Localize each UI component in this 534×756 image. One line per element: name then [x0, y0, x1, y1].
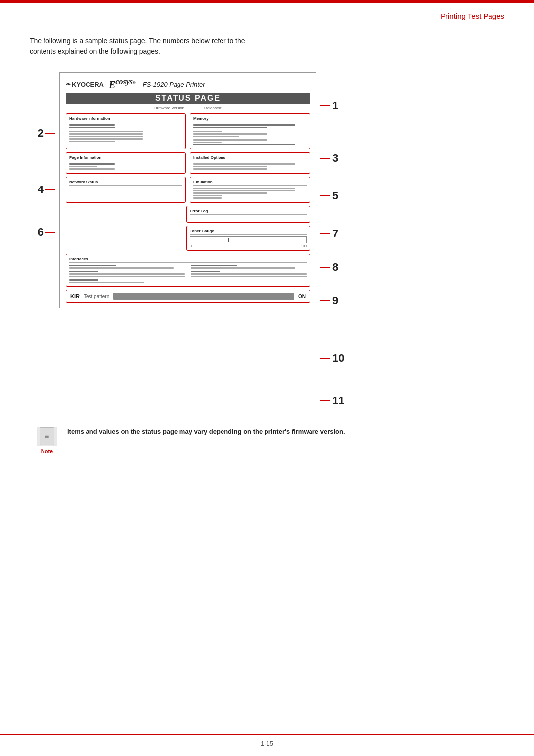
- emulation-title: Emulation: [193, 180, 307, 186]
- marker-left-6: 6: [38, 226, 44, 238]
- page-info-section: Page Information: [66, 152, 186, 174]
- marker-right-1: 1: [332, 99, 338, 112]
- interfaces-grid: [69, 265, 307, 284]
- note-label: Note: [41, 448, 53, 454]
- sp-firmware-row: Firmware Version Released:: [66, 106, 310, 110]
- sp-title-bar: STATUS PAGE: [66, 93, 310, 104]
- marker-left-2: 2: [38, 127, 44, 140]
- kyocera-logo: ❧KYOCERA: [66, 81, 104, 88]
- sp-title: STATUS PAGE: [155, 94, 221, 102]
- hardware-info-section: Hardware Information: [66, 113, 186, 149]
- marker-line-5: [320, 195, 330, 196]
- note-text: Items and values on the status page may …: [67, 427, 345, 437]
- ecosys-logo: Ecosys®: [109, 78, 136, 91]
- left-numbers-column: 2 4 6: [30, 72, 59, 238]
- marker-line-3: [320, 158, 330, 159]
- marker-line-2: [45, 133, 55, 134]
- sp-row-toner: Toner Gauge 0 100: [66, 226, 310, 251]
- page-info-title: Page Information: [69, 155, 182, 161]
- note-bold-text: Items and values on the status page may …: [67, 428, 345, 435]
- main-content: The following is a sample status page. T…: [0, 20, 534, 454]
- toner-min: 0: [190, 244, 192, 248]
- toner-gauge-title: Toner Gauge: [190, 229, 307, 235]
- kir-on-label: ON: [298, 294, 306, 299]
- released-label: Released:: [204, 106, 222, 110]
- sp-row-network-emulation: Network Status Emulation: [66, 177, 310, 203]
- memory-section: Memory: [190, 113, 310, 149]
- kir-label: KIR: [70, 293, 80, 299]
- toner-tick-1: [228, 238, 229, 242]
- diagram-outer: 2 4 6 ❧KYOCERA Ecosys®: [30, 72, 504, 407]
- interfaces-title: Interfaces: [69, 257, 307, 263]
- marker-line-4: [45, 189, 55, 190]
- header-title: Printing Test Pages: [441, 12, 504, 20]
- marker-line-8: [320, 267, 330, 268]
- network-status-title: Network Status: [69, 180, 182, 186]
- note-icon: Note: [35, 427, 59, 454]
- marker-right-5: 5: [332, 189, 338, 202]
- marker-right-7: 7: [332, 227, 338, 240]
- marker-right-8: 8: [332, 261, 338, 274]
- toner-labels: 0 100: [190, 244, 307, 248]
- sp-row-errorlog: Error Log: [66, 206, 310, 223]
- error-log-title: Error Log: [190, 209, 307, 215]
- marker-right-10: 10: [332, 352, 344, 365]
- kir-text: Test pattern: [84, 294, 109, 299]
- note-section: Note Items and values on the status page…: [30, 427, 504, 454]
- emulation-section: Emulation: [190, 177, 310, 203]
- intro-text: The following is a sample status page. T…: [30, 35, 504, 57]
- toner-max: 100: [301, 244, 307, 248]
- bottom-red-bar: [0, 734, 534, 735]
- kir-bar: [113, 293, 294, 300]
- toner-gauge-bar: [190, 236, 307, 243]
- hardware-info-title: Hardware Information: [69, 116, 182, 122]
- marker-line-7: [320, 233, 330, 234]
- marker-line-11: [320, 400, 330, 401]
- toner-tick-2: [267, 238, 267, 242]
- interfaces-section: Interfaces: [66, 254, 310, 287]
- error-log-section: Error Log: [186, 206, 310, 223]
- sp-row-page-installed: Page Information Installed Options: [66, 152, 310, 174]
- sp-header: ❧KYOCERA Ecosys® FS-1920 Page Printer: [66, 78, 310, 91]
- right-numbers-column: 1 3 5 7 8: [316, 72, 346, 407]
- marker-left-4: 4: [38, 183, 44, 196]
- marker-right-11: 11: [332, 394, 344, 407]
- marker-right-3: 3: [332, 152, 338, 165]
- sp-row-hardware-memory: Hardware Information Memory: [66, 113, 310, 149]
- marker-line-1: [320, 105, 330, 106]
- toner-gauge-section: Toner Gauge 0 100: [186, 226, 310, 251]
- printer-model: FS-1920 Page Printer: [143, 81, 205, 88]
- status-page-box: ❧KYOCERA Ecosys® FS-1920 Page Printer ST…: [59, 72, 316, 309]
- network-status-section: Network Status: [66, 177, 186, 203]
- memory-title: Memory: [193, 116, 307, 122]
- kir-section: KIR Test pattern ON: [66, 290, 310, 303]
- page-number: 1-15: [261, 740, 273, 747]
- marker-line-6: [45, 232, 55, 233]
- marker-line-10: [320, 358, 330, 359]
- marker-line-9: [320, 300, 330, 301]
- marker-right-9: 9: [332, 294, 338, 307]
- installed-options-title: Installed Options: [193, 155, 307, 161]
- note-icon-image: [37, 427, 57, 446]
- installed-options-section: Installed Options: [190, 152, 310, 174]
- page-header: Printing Test Pages: [0, 3, 534, 20]
- firmware-label: Firmware Version: [154, 106, 184, 110]
